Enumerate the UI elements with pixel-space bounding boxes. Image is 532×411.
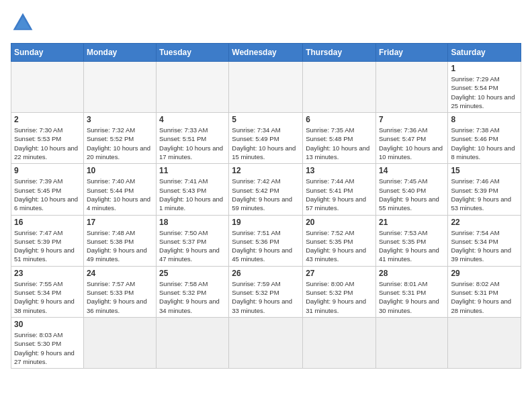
calendar-cell: 28Sunrise: 8:01 AM Sunset: 5:31 PM Dayli… bbox=[375, 266, 447, 317]
day-number: 7 bbox=[379, 115, 445, 124]
calendar-cell bbox=[157, 317, 229, 368]
page-header bbox=[11, 11, 521, 35]
day-info: Sunrise: 7:29 AM Sunset: 5:54 PM Dayligh… bbox=[451, 75, 518, 110]
day-number: 27 bbox=[306, 269, 373, 278]
day-info: Sunrise: 7:45 AM Sunset: 5:40 PM Dayligh… bbox=[379, 177, 445, 212]
calendar-cell: 12Sunrise: 7:42 AM Sunset: 5:42 PM Dayli… bbox=[229, 164, 303, 215]
calendar-cell: 14Sunrise: 7:45 AM Sunset: 5:40 PM Dayli… bbox=[375, 164, 447, 215]
calendar-week-row: 9Sunrise: 7:39 AM Sunset: 5:45 PM Daylig… bbox=[11, 164, 521, 215]
header-tuesday: Tuesday bbox=[157, 44, 229, 62]
day-info: Sunrise: 7:55 AM Sunset: 5:34 PM Dayligh… bbox=[14, 279, 81, 315]
day-number: 9 bbox=[14, 166, 81, 175]
day-number: 25 bbox=[159, 269, 226, 278]
day-info: Sunrise: 8:02 AM Sunset: 5:31 PM Dayligh… bbox=[451, 279, 518, 315]
calendar-cell: 7Sunrise: 7:36 AM Sunset: 5:47 PM Daylig… bbox=[375, 113, 447, 164]
calendar-cell: 15Sunrise: 7:46 AM Sunset: 5:39 PM Dayli… bbox=[448, 164, 521, 215]
day-info: Sunrise: 7:36 AM Sunset: 5:47 PM Dayligh… bbox=[379, 126, 445, 161]
day-number: 20 bbox=[306, 218, 373, 227]
calendar-week-row: 2Sunrise: 7:30 AM Sunset: 5:53 PM Daylig… bbox=[11, 113, 521, 164]
day-number: 18 bbox=[159, 218, 226, 227]
day-number: 30 bbox=[14, 320, 81, 329]
day-info: Sunrise: 7:50 AM Sunset: 5:37 PM Dayligh… bbox=[159, 228, 226, 264]
calendar-cell: 13Sunrise: 7:44 AM Sunset: 5:41 PM Dayli… bbox=[303, 164, 376, 215]
day-info: Sunrise: 7:48 AM Sunset: 5:38 PM Dayligh… bbox=[87, 228, 153, 264]
day-number: 23 bbox=[14, 269, 81, 278]
day-info: Sunrise: 7:59 AM Sunset: 5:32 PM Dayligh… bbox=[232, 279, 300, 315]
calendar-cell: 6Sunrise: 7:35 AM Sunset: 5:48 PM Daylig… bbox=[303, 113, 376, 164]
calendar-cell bbox=[375, 317, 447, 368]
calendar-cell bbox=[11, 62, 84, 113]
calendar-week-row: 1Sunrise: 7:29 AM Sunset: 5:54 PM Daylig… bbox=[11, 62, 521, 113]
calendar-cell bbox=[157, 62, 229, 113]
calendar-cell: 10Sunrise: 7:40 AM Sunset: 5:44 PM Dayli… bbox=[83, 164, 156, 215]
calendar-cell: 8Sunrise: 7:38 AM Sunset: 5:46 PM Daylig… bbox=[448, 113, 521, 164]
logo bbox=[11, 11, 39, 35]
calendar-cell: 20Sunrise: 7:52 AM Sunset: 5:35 PM Dayli… bbox=[303, 215, 376, 266]
calendar-week-row: 16Sunrise: 7:47 AM Sunset: 5:39 PM Dayli… bbox=[11, 215, 521, 266]
day-info: Sunrise: 7:41 AM Sunset: 5:43 PM Dayligh… bbox=[159, 177, 226, 212]
calendar-cell bbox=[375, 62, 447, 113]
day-number: 21 bbox=[379, 218, 445, 227]
day-number: 10 bbox=[87, 166, 153, 175]
calendar-cell bbox=[229, 317, 303, 368]
calendar-cell: 9Sunrise: 7:39 AM Sunset: 5:45 PM Daylig… bbox=[11, 164, 84, 215]
calendar-cell bbox=[448, 317, 521, 368]
day-number: 14 bbox=[379, 166, 445, 175]
day-info: Sunrise: 7:58 AM Sunset: 5:32 PM Dayligh… bbox=[159, 279, 226, 315]
calendar-cell: 1Sunrise: 7:29 AM Sunset: 5:54 PM Daylig… bbox=[448, 62, 521, 113]
calendar-cell: 3Sunrise: 7:32 AM Sunset: 5:52 PM Daylig… bbox=[83, 113, 156, 164]
day-info: Sunrise: 7:57 AM Sunset: 5:33 PM Dayligh… bbox=[87, 279, 153, 315]
day-info: Sunrise: 7:30 AM Sunset: 5:53 PM Dayligh… bbox=[14, 126, 81, 161]
calendar-cell: 29Sunrise: 8:02 AM Sunset: 5:31 PM Dayli… bbox=[448, 266, 521, 317]
calendar-cell: 16Sunrise: 7:47 AM Sunset: 5:39 PM Dayli… bbox=[11, 215, 84, 266]
calendar-cell: 2Sunrise: 7:30 AM Sunset: 5:53 PM Daylig… bbox=[11, 113, 84, 164]
calendar-cell bbox=[303, 317, 376, 368]
calendar-cell bbox=[83, 62, 156, 113]
calendar-cell: 24Sunrise: 7:57 AM Sunset: 5:33 PM Dayli… bbox=[83, 266, 156, 317]
day-number: 28 bbox=[379, 269, 445, 278]
calendar-header-row: SundayMondayTuesdayWednesdayThursdayFrid… bbox=[11, 44, 521, 62]
day-number: 16 bbox=[14, 218, 81, 227]
day-info: Sunrise: 8:01 AM Sunset: 5:31 PM Dayligh… bbox=[379, 279, 445, 315]
calendar-cell bbox=[303, 62, 376, 113]
day-number: 3 bbox=[87, 115, 153, 124]
calendar-cell bbox=[229, 62, 303, 113]
day-info: Sunrise: 7:53 AM Sunset: 5:35 PM Dayligh… bbox=[379, 228, 445, 264]
calendar-table: SundayMondayTuesdayWednesdayThursdayFrid… bbox=[11, 43, 521, 369]
day-number: 12 bbox=[232, 166, 300, 175]
day-number: 29 bbox=[451, 269, 518, 278]
day-info: Sunrise: 7:39 AM Sunset: 5:45 PM Dayligh… bbox=[14, 177, 81, 212]
day-info: Sunrise: 7:34 AM Sunset: 5:49 PM Dayligh… bbox=[232, 126, 300, 161]
day-number: 8 bbox=[451, 115, 518, 124]
header-saturday: Saturday bbox=[448, 44, 521, 62]
day-info: Sunrise: 7:32 AM Sunset: 5:52 PM Dayligh… bbox=[87, 126, 153, 161]
calendar-cell: 26Sunrise: 7:59 AM Sunset: 5:32 PM Dayli… bbox=[229, 266, 303, 317]
day-info: Sunrise: 7:54 AM Sunset: 5:34 PM Dayligh… bbox=[451, 228, 518, 264]
header-wednesday: Wednesday bbox=[229, 44, 303, 62]
day-number: 1 bbox=[451, 64, 518, 73]
calendar-cell: 19Sunrise: 7:51 AM Sunset: 5:36 PM Dayli… bbox=[229, 215, 303, 266]
calendar-cell: 21Sunrise: 7:53 AM Sunset: 5:35 PM Dayli… bbox=[375, 215, 447, 266]
calendar-cell bbox=[83, 317, 156, 368]
calendar-cell: 22Sunrise: 7:54 AM Sunset: 5:34 PM Dayli… bbox=[448, 215, 521, 266]
day-info: Sunrise: 7:47 AM Sunset: 5:39 PM Dayligh… bbox=[14, 228, 81, 264]
calendar-cell: 11Sunrise: 7:41 AM Sunset: 5:43 PM Dayli… bbox=[157, 164, 229, 215]
header-friday: Friday bbox=[375, 44, 447, 62]
day-info: Sunrise: 7:44 AM Sunset: 5:41 PM Dayligh… bbox=[306, 177, 373, 212]
day-info: Sunrise: 8:00 AM Sunset: 5:32 PM Dayligh… bbox=[306, 279, 373, 315]
calendar-week-row: 23Sunrise: 7:55 AM Sunset: 5:34 PM Dayli… bbox=[11, 266, 521, 317]
day-number: 26 bbox=[232, 269, 300, 278]
calendar-week-row: 30Sunrise: 8:03 AM Sunset: 5:30 PM Dayli… bbox=[11, 317, 521, 368]
day-number: 11 bbox=[159, 166, 226, 175]
day-number: 19 bbox=[232, 218, 300, 227]
calendar-cell: 18Sunrise: 7:50 AM Sunset: 5:37 PM Dayli… bbox=[157, 215, 229, 266]
calendar-cell: 25Sunrise: 7:58 AM Sunset: 5:32 PM Dayli… bbox=[157, 266, 229, 317]
day-info: Sunrise: 7:51 AM Sunset: 5:36 PM Dayligh… bbox=[232, 228, 300, 264]
logo-icon bbox=[11, 11, 35, 35]
day-number: 13 bbox=[306, 166, 373, 175]
header-monday: Monday bbox=[83, 44, 156, 62]
day-number: 2 bbox=[14, 115, 81, 124]
calendar-cell: 5Sunrise: 7:34 AM Sunset: 5:49 PM Daylig… bbox=[229, 113, 303, 164]
day-number: 24 bbox=[87, 269, 153, 278]
day-info: Sunrise: 7:38 AM Sunset: 5:46 PM Dayligh… bbox=[451, 126, 518, 161]
